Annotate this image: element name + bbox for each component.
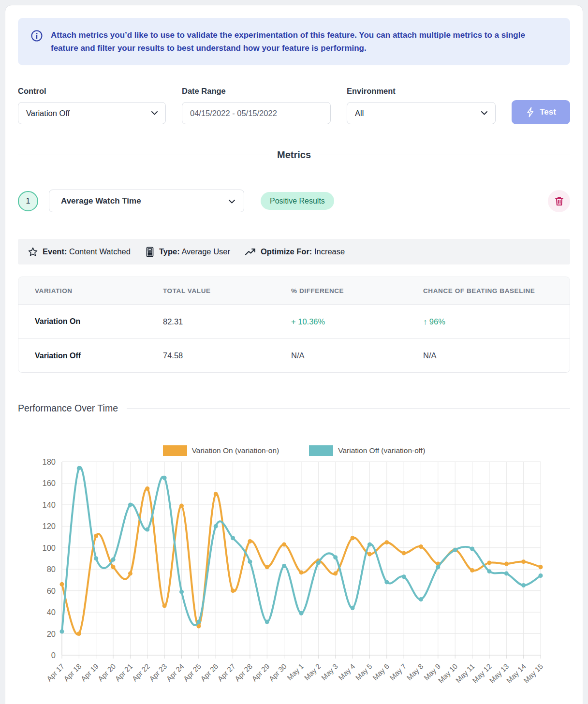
x-axis-label: May 3 — [320, 662, 339, 682]
main-panel: Attach metrics you’d like to use to vali… — [5, 5, 583, 704]
metric-index-badge: 1 — [18, 191, 38, 211]
x-axis-label: May 10 — [437, 662, 459, 685]
performance-chart-svg: Apr 17Apr 18Apr 19Apr 20Apr 21Apr 22Apr … — [18, 459, 571, 701]
chart-point-series-0 — [539, 565, 543, 569]
chart-point-series-0 — [60, 582, 64, 587]
calculator-icon — [145, 247, 155, 257]
chevron-down-icon — [481, 111, 487, 115]
environment-label: Environment — [347, 87, 496, 96]
optimize-for-value: Increase — [314, 247, 345, 256]
chart-point-series-1 — [368, 543, 372, 547]
date-range-field: Date Range — [182, 87, 331, 124]
date-range-input[interactable] — [182, 102, 331, 124]
col-header-chance: CHANCE OF BEATING BASELINE — [423, 287, 570, 294]
y-axis-label: 120 — [42, 522, 56, 530]
info-banner-text: Attach metrics you’d like to use to vali… — [51, 29, 549, 55]
x-axis-label: Apr 30 — [267, 662, 288, 683]
type-value: Average User — [181, 247, 230, 256]
chart-point-series-1 — [436, 565, 440, 569]
chart-point-series-1 — [487, 569, 491, 573]
chart-point-series-0 — [248, 539, 252, 543]
divider-line — [319, 155, 570, 155]
event-value: Content Watched — [69, 247, 131, 256]
legend-item-variation-off[interactable]: Variation Off (variation-off) — [309, 445, 425, 456]
x-axis-label: Apr 26 — [199, 662, 220, 683]
chart-point-series-1 — [453, 548, 457, 552]
row-total-value: 82.31 — [163, 317, 291, 326]
x-axis-label: Apr 24 — [164, 662, 185, 683]
x-axis-label: May 7 — [388, 662, 408, 682]
results-table: VARIATION TOTAL VALUE % DIFFERENCE CHANC… — [18, 277, 570, 373]
chart-point-series-0 — [402, 551, 406, 555]
y-axis-label: 20 — [47, 630, 56, 638]
x-axis-label: May 15 — [522, 662, 544, 685]
chart-point-series-1 — [111, 557, 116, 562]
y-axis-label: 100 — [42, 543, 56, 552]
test-button[interactable]: Test — [512, 100, 570, 124]
star-icon — [28, 247, 38, 257]
chart-point-series-1 — [60, 630, 64, 634]
x-axis-label: May 5 — [354, 662, 374, 682]
metric-meta-bar: Event: Content Watched Type: Average Use… — [18, 239, 570, 264]
chart-point-series-0 — [333, 572, 338, 576]
chart-point-series-1 — [282, 564, 286, 568]
metrics-section-title: Metrics — [277, 149, 311, 161]
date-range-label: Date Range — [182, 87, 331, 96]
x-axis-label: Apr 22 — [131, 662, 151, 683]
chart-legend: Variation On (variation-on) Variation Of… — [18, 444, 570, 457]
chart-point-series-1 — [351, 606, 355, 610]
table-row: Variation On 82.31 + 10.36% ↑ 96% — [18, 305, 570, 338]
col-header-total-value: TOTAL VALUE — [163, 287, 291, 294]
chart-point-series-1 — [248, 559, 252, 564]
optimize-for-label: Optimize For: — [261, 247, 312, 256]
y-axis-label: 40 — [47, 608, 56, 616]
x-axis-label: May 2 — [303, 662, 323, 682]
y-axis-label: 160 — [42, 479, 56, 487]
y-axis-label: 140 — [42, 500, 56, 509]
y-axis-label: 180 — [42, 459, 56, 466]
test-button-label: Test — [540, 107, 556, 117]
chart-point-series-1 — [333, 555, 338, 559]
divider-line — [127, 408, 570, 409]
chart-point-series-1 — [94, 557, 98, 561]
chevron-down-icon — [229, 200, 235, 204]
chart-point-series-1 — [214, 524, 218, 528]
legend-item-variation-on[interactable]: Variation On (variation-on) — [163, 445, 279, 456]
positive-results-badge: Positive Results — [261, 192, 334, 210]
chart-point-series-1 — [521, 583, 526, 587]
metric-select[interactable]: Average Watch Time — [49, 190, 244, 212]
control-field: Control Variation Off — [18, 87, 166, 124]
chart-point-series-0 — [94, 534, 98, 538]
environment-field: Environment All — [347, 87, 496, 124]
chart-point-series-1 — [402, 574, 406, 579]
optimize-group: Optimize For: Increase — [245, 247, 345, 256]
trash-icon — [554, 196, 564, 206]
chart-point-series-1 — [265, 620, 269, 624]
info-banner: Attach metrics you’d like to use to vali… — [18, 18, 570, 65]
control-select[interactable]: Variation Off — [18, 102, 166, 124]
x-axis-label: Apr 28 — [233, 662, 254, 683]
legend-swatch-variation-on — [163, 445, 187, 456]
x-axis-label: May 1 — [285, 662, 305, 682]
chart-point-series-1 — [77, 466, 81, 470]
chart-point-series-1 — [316, 560, 321, 565]
y-axis-label: 60 — [47, 587, 56, 595]
performance-chart: Apr 17Apr 18Apr 19Apr 20Apr 21Apr 22Apr … — [18, 459, 571, 703]
row-difference: + 10.36% — [291, 317, 423, 326]
legend-swatch-variation-off — [309, 445, 333, 456]
y-axis-label: 0 — [51, 651, 56, 660]
legend-label: Variation Off (variation-off) — [338, 446, 425, 455]
delete-metric-button[interactable] — [548, 190, 570, 212]
lightning-icon — [526, 107, 535, 117]
x-axis-label: Apr 29 — [250, 662, 271, 683]
chart-point-series-1 — [539, 573, 543, 578]
chart-point-series-0 — [487, 560, 491, 565]
chart-point-series-1 — [179, 589, 184, 594]
chart-point-series-0 — [282, 543, 286, 547]
results-table-header: VARIATION TOTAL VALUE % DIFFERENCE CHANC… — [18, 277, 570, 305]
type-group: Type: Average User — [145, 247, 230, 257]
info-icon — [30, 29, 43, 42]
chart-point-series-1 — [470, 547, 474, 551]
environment-select[interactable]: All — [347, 102, 496, 124]
x-axis-label: May 8 — [405, 662, 425, 682]
